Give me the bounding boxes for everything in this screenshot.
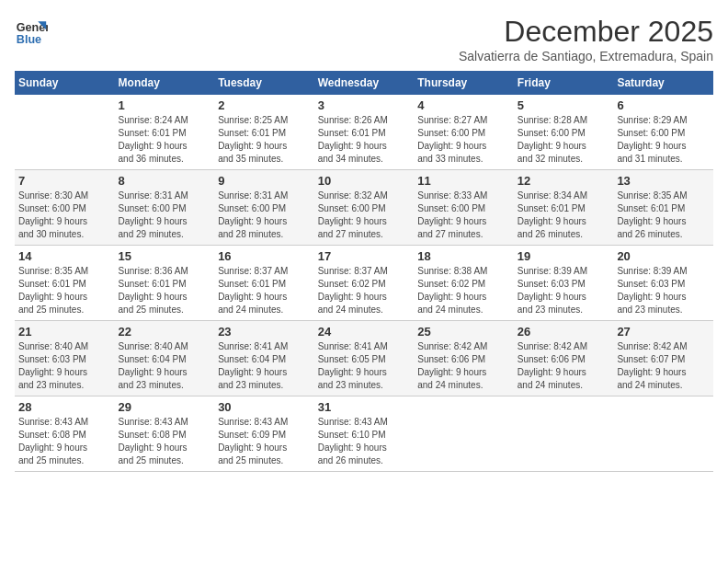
day-number: 8 bbox=[119, 174, 211, 188]
calendar-cell: 22Sunrise: 8:40 AM Sunset: 6:04 PM Dayli… bbox=[115, 321, 215, 396]
header-tuesday: Tuesday bbox=[214, 71, 314, 95]
calendar-cell: 5Sunrise: 8:28 AM Sunset: 6:00 PM Daylig… bbox=[514, 95, 614, 170]
calendar-cell: 24Sunrise: 8:41 AM Sunset: 6:05 PM Dayli… bbox=[314, 321, 415, 396]
day-info: Sunrise: 8:34 AM Sunset: 6:01 PM Dayligh… bbox=[518, 190, 610, 241]
calendar-cell: 7Sunrise: 8:30 AM Sunset: 6:00 PM Daylig… bbox=[15, 170, 115, 246]
header-monday: Monday bbox=[115, 71, 215, 95]
calendar-cell bbox=[15, 95, 115, 170]
day-number: 26 bbox=[518, 325, 610, 339]
day-info: Sunrise: 8:42 AM Sunset: 6:06 PM Dayligh… bbox=[518, 340, 610, 392]
day-number: 28 bbox=[18, 400, 111, 414]
logo: General Blue bbox=[15, 15, 48, 48]
calendar-header-row: SundayMondayTuesdayWednesdayThursdayFrid… bbox=[15, 71, 713, 95]
day-info: Sunrise: 8:28 AM Sunset: 6:00 PM Dayligh… bbox=[518, 114, 610, 166]
calendar-cell: 11Sunrise: 8:33 AM Sunset: 6:00 PM Dayli… bbox=[414, 170, 514, 246]
day-number: 23 bbox=[218, 325, 311, 339]
calendar-cell: 27Sunrise: 8:42 AM Sunset: 6:07 PM Dayli… bbox=[613, 321, 713, 396]
day-info: Sunrise: 8:25 AM Sunset: 6:01 PM Dayligh… bbox=[218, 114, 311, 166]
calendar-cell: 6Sunrise: 8:29 AM Sunset: 6:00 PM Daylig… bbox=[613, 95, 713, 170]
day-number: 27 bbox=[617, 325, 710, 339]
day-number: 31 bbox=[318, 400, 411, 414]
day-info: Sunrise: 8:40 AM Sunset: 6:03 PM Dayligh… bbox=[18, 340, 111, 392]
calendar-cell bbox=[414, 396, 514, 472]
day-number: 13 bbox=[617, 174, 710, 188]
day-info: Sunrise: 8:38 AM Sunset: 6:02 PM Dayligh… bbox=[417, 265, 510, 316]
day-info: Sunrise: 8:41 AM Sunset: 6:04 PM Dayligh… bbox=[218, 340, 311, 392]
day-number: 17 bbox=[318, 249, 411, 263]
location-subtitle: Salvatierra de Santiago, Extremadura, Sp… bbox=[459, 49, 713, 63]
day-number: 29 bbox=[119, 400, 211, 414]
day-info: Sunrise: 8:42 AM Sunset: 6:06 PM Dayligh… bbox=[417, 340, 510, 392]
calendar-week-row: 21Sunrise: 8:40 AM Sunset: 6:03 PM Dayli… bbox=[15, 321, 713, 396]
calendar-table: SundayMondayTuesdayWednesdayThursdayFrid… bbox=[15, 71, 713, 472]
calendar-cell: 9Sunrise: 8:31 AM Sunset: 6:00 PM Daylig… bbox=[214, 170, 314, 246]
calendar-week-row: 7Sunrise: 8:30 AM Sunset: 6:00 PM Daylig… bbox=[15, 170, 713, 246]
calendar-cell: 31Sunrise: 8:43 AM Sunset: 6:10 PM Dayli… bbox=[314, 396, 415, 472]
calendar-week-row: 1Sunrise: 8:24 AM Sunset: 6:01 PM Daylig… bbox=[15, 95, 713, 170]
day-info: Sunrise: 8:41 AM Sunset: 6:05 PM Dayligh… bbox=[318, 340, 411, 392]
day-info: Sunrise: 8:36 AM Sunset: 6:01 PM Dayligh… bbox=[119, 265, 211, 316]
day-number: 30 bbox=[218, 400, 311, 414]
day-number: 25 bbox=[417, 325, 510, 339]
calendar-cell: 10Sunrise: 8:32 AM Sunset: 6:00 PM Dayli… bbox=[314, 170, 415, 246]
day-info: Sunrise: 8:43 AM Sunset: 6:10 PM Dayligh… bbox=[318, 416, 411, 467]
calendar-cell: 8Sunrise: 8:31 AM Sunset: 6:00 PM Daylig… bbox=[115, 170, 215, 246]
day-number: 6 bbox=[617, 98, 710, 112]
day-number: 4 bbox=[417, 98, 510, 112]
day-info: Sunrise: 8:37 AM Sunset: 6:01 PM Dayligh… bbox=[218, 265, 311, 316]
header-thursday: Thursday bbox=[414, 71, 514, 95]
day-number: 24 bbox=[318, 325, 411, 339]
day-number: 18 bbox=[417, 249, 510, 263]
day-number: 16 bbox=[218, 249, 311, 263]
day-number: 22 bbox=[119, 325, 211, 339]
day-info: Sunrise: 8:43 AM Sunset: 6:09 PM Dayligh… bbox=[218, 416, 311, 467]
calendar-cell: 3Sunrise: 8:26 AM Sunset: 6:01 PM Daylig… bbox=[314, 95, 415, 170]
calendar-cell bbox=[613, 396, 713, 472]
day-info: Sunrise: 8:31 AM Sunset: 6:00 PM Dayligh… bbox=[119, 190, 211, 241]
calendar-cell: 28Sunrise: 8:43 AM Sunset: 6:08 PM Dayli… bbox=[15, 396, 115, 472]
day-info: Sunrise: 8:26 AM Sunset: 6:01 PM Dayligh… bbox=[318, 114, 411, 166]
calendar-cell: 16Sunrise: 8:37 AM Sunset: 6:01 PM Dayli… bbox=[214, 246, 314, 321]
day-info: Sunrise: 8:30 AM Sunset: 6:00 PM Dayligh… bbox=[18, 190, 111, 241]
day-number: 14 bbox=[18, 249, 111, 263]
calendar-cell: 29Sunrise: 8:43 AM Sunset: 6:08 PM Dayli… bbox=[115, 396, 215, 472]
calendar-cell: 17Sunrise: 8:37 AM Sunset: 6:02 PM Dayli… bbox=[314, 246, 415, 321]
header: General Blue December 2025 Salvatierra d… bbox=[15, 15, 713, 63]
calendar-cell: 12Sunrise: 8:34 AM Sunset: 6:01 PM Dayli… bbox=[514, 170, 614, 246]
calendar-cell: 30Sunrise: 8:43 AM Sunset: 6:09 PM Dayli… bbox=[214, 396, 314, 472]
calendar-cell: 13Sunrise: 8:35 AM Sunset: 6:01 PM Dayli… bbox=[613, 170, 713, 246]
calendar-cell: 21Sunrise: 8:40 AM Sunset: 6:03 PM Dayli… bbox=[15, 321, 115, 396]
calendar-cell: 4Sunrise: 8:27 AM Sunset: 6:00 PM Daylig… bbox=[414, 95, 514, 170]
day-info: Sunrise: 8:39 AM Sunset: 6:03 PM Dayligh… bbox=[518, 265, 610, 316]
calendar-cell: 20Sunrise: 8:39 AM Sunset: 6:03 PM Dayli… bbox=[613, 246, 713, 321]
day-info: Sunrise: 8:35 AM Sunset: 6:01 PM Dayligh… bbox=[617, 190, 710, 241]
day-number: 21 bbox=[18, 325, 111, 339]
calendar-cell: 23Sunrise: 8:41 AM Sunset: 6:04 PM Dayli… bbox=[214, 321, 314, 396]
calendar-week-row: 14Sunrise: 8:35 AM Sunset: 6:01 PM Dayli… bbox=[15, 246, 713, 321]
day-number: 3 bbox=[318, 98, 411, 112]
header-friday: Friday bbox=[514, 71, 614, 95]
day-info: Sunrise: 8:43 AM Sunset: 6:08 PM Dayligh… bbox=[18, 416, 111, 467]
calendar-cell bbox=[514, 396, 614, 472]
day-info: Sunrise: 8:40 AM Sunset: 6:04 PM Dayligh… bbox=[119, 340, 211, 392]
day-info: Sunrise: 8:39 AM Sunset: 6:03 PM Dayligh… bbox=[617, 265, 710, 316]
header-wednesday: Wednesday bbox=[314, 71, 415, 95]
header-sunday: Sunday bbox=[15, 71, 115, 95]
day-number: 5 bbox=[518, 98, 610, 112]
day-info: Sunrise: 8:35 AM Sunset: 6:01 PM Dayligh… bbox=[18, 265, 111, 316]
svg-text:Blue: Blue bbox=[17, 33, 41, 46]
day-info: Sunrise: 8:33 AM Sunset: 6:00 PM Dayligh… bbox=[417, 190, 510, 241]
day-number: 11 bbox=[417, 174, 510, 188]
day-number: 2 bbox=[218, 98, 311, 112]
calendar-cell: 25Sunrise: 8:42 AM Sunset: 6:06 PM Dayli… bbox=[414, 321, 514, 396]
day-number: 12 bbox=[518, 174, 610, 188]
calendar-cell: 18Sunrise: 8:38 AM Sunset: 6:02 PM Dayli… bbox=[414, 246, 514, 321]
day-number: 7 bbox=[18, 174, 111, 188]
month-title: December 2025 bbox=[459, 15, 713, 49]
day-info: Sunrise: 8:32 AM Sunset: 6:00 PM Dayligh… bbox=[318, 190, 411, 241]
day-number: 1 bbox=[119, 98, 211, 112]
calendar-cell: 26Sunrise: 8:42 AM Sunset: 6:06 PM Dayli… bbox=[514, 321, 614, 396]
calendar-cell: 19Sunrise: 8:39 AM Sunset: 6:03 PM Dayli… bbox=[514, 246, 614, 321]
day-info: Sunrise: 8:31 AM Sunset: 6:00 PM Dayligh… bbox=[218, 190, 311, 241]
day-info: Sunrise: 8:27 AM Sunset: 6:00 PM Dayligh… bbox=[417, 114, 510, 166]
